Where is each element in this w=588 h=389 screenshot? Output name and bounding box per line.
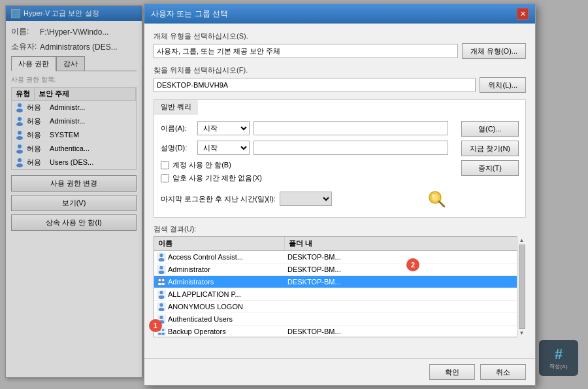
results-row-authenticated[interactable]: Authenticated Users: [154, 313, 525, 326]
no-password-expiry-checkbox[interactable]: [161, 174, 169, 182]
user-icon: [157, 265, 166, 274]
svg-point-26: [159, 279, 161, 282]
find-now-button[interactable]: 지금 찾기(N): [461, 141, 519, 156]
object-type-input[interactable]: [154, 44, 458, 58]
svg-point-20: [159, 254, 163, 257]
no-password-expiry-label: 암호 사용 기간 제한 없음(X): [172, 173, 262, 183]
location-label: 찾을 위치를 선택하십시오(F).: [154, 65, 526, 75]
find-col-button[interactable]: 열(C)...: [461, 121, 519, 137]
callout-1: 1: [149, 319, 162, 332]
svg-point-23: [159, 266, 163, 269]
name-query-input[interactable]: [253, 121, 448, 135]
advanced-tab[interactable]: 일반 쿼리: [154, 100, 198, 114]
svg-point-43: [161, 333, 165, 335]
results-header: 이름 폴더 내: [154, 237, 525, 251]
search-icon-box: [425, 187, 448, 211]
user-icon: [157, 252, 166, 262]
svg-line-17: [439, 201, 444, 207]
location-button[interactable]: 위치(L)...: [480, 77, 526, 93]
dialog-title-bar: 사용자 또는 그룹 선택 ✕: [144, 4, 535, 24]
svg-point-29: [161, 283, 165, 286]
name-query-select[interactable]: 시작: [197, 121, 250, 135]
results-table: 이름 폴더 내 Access Control Assist... DESKTOP…: [154, 236, 526, 337]
right-buttons: 열(C)... 지금 찾기(N) 증지(T): [461, 121, 519, 211]
dialog-bottom: 확인 취소: [144, 358, 535, 385]
results-row[interactable]: Access Control Assist... DESKTOP-BM...: [154, 251, 525, 263]
user-icon: [157, 290, 166, 299]
svg-point-18: [432, 194, 434, 197]
stop-button[interactable]: 증지(T): [461, 160, 519, 176]
desc-query-input[interactable]: [253, 141, 448, 155]
disabled-account-label: 계정 사용 안 함(B): [172, 160, 231, 170]
svg-point-31: [159, 291, 163, 294]
results-row[interactable]: Administrator DESKTOP-BM...: [154, 263, 525, 276]
close-button[interactable]: ✕: [517, 8, 529, 20]
name-query-label: 이름(A):: [161, 124, 193, 133]
last-logon-select[interactable]: [280, 192, 332, 206]
results-row[interactable]: ALL APPLICATION P...: [154, 288, 525, 301]
results-row[interactable]: Backup Operators DESKTOP-BM...: [154, 326, 525, 337]
object-type-button[interactable]: 개체 유형(O)...: [462, 43, 526, 59]
desc-query-select[interactable]: 시작: [197, 141, 250, 155]
disabled-account-checkbox[interactable]: [161, 161, 169, 169]
select-user-dialog: 사용자 또는 그룹 선택 ✕ 개체 유형을 선택하십시오(S). 개체 유형(O…: [144, 3, 536, 386]
results-row-selected[interactable]: Administrators DESKTOP-BM...: [154, 276, 525, 288]
users-icon: [157, 277, 166, 286]
desc-query-label: 설명(D):: [161, 143, 193, 153]
svg-rect-25: [157, 277, 166, 286]
svg-point-24: [159, 271, 165, 274]
results-col-folder: 폴더 내: [285, 237, 525, 250]
results-row[interactable]: ANONYMOUS LOGON: [154, 301, 525, 313]
search-icon: [426, 188, 447, 209]
object-type-label: 개체 유형을 선택하십시오(S).: [154, 31, 526, 41]
authenticated-users-label: Authenticated Users: [168, 315, 233, 323]
last-logon-label: 마지막 로그온한 후 지난 시간(일)(I):: [161, 194, 276, 204]
svg-point-21: [159, 258, 165, 262]
user-icon: [157, 302, 166, 311]
svg-point-27: [162, 279, 165, 282]
dialog-title: 사용자 또는 그룹 선택: [151, 8, 228, 20]
results-label: 검색 결과(U):: [154, 224, 526, 234]
results-col-name: 이름: [154, 237, 285, 250]
svg-point-35: [159, 308, 165, 311]
svg-point-42: [158, 333, 161, 335]
svg-point-32: [159, 296, 165, 299]
scrollbar[interactable]: ▲ ▼: [517, 236, 526, 337]
svg-point-37: [159, 316, 163, 319]
svg-point-41: [162, 329, 165, 331]
svg-point-28: [158, 283, 161, 286]
cancel-button[interactable]: 취소: [480, 364, 526, 380]
svg-point-34: [159, 303, 163, 307]
location-input[interactable]: [154, 78, 476, 92]
callout-2: 2: [406, 258, 419, 271]
ok-button[interactable]: 확인: [429, 364, 475, 380]
advanced-query-box: 일반 쿼리 이름(A): 시작 설명(: [154, 99, 526, 218]
